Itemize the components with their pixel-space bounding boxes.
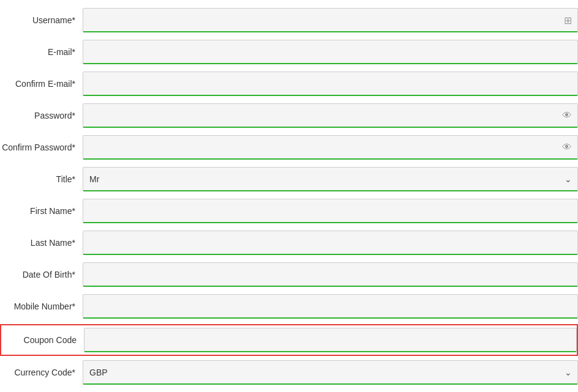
email-row: E-mail* <box>0 38 578 66</box>
lastname-row: Last Name* <box>0 229 578 257</box>
confirm-email-input[interactable] <box>83 72 578 96</box>
mobile-input-wrapper <box>83 294 578 319</box>
registration-form: Username* ⊞ E-mail* Confirm E-mail* Pass… <box>0 0 578 392</box>
username-input[interactable] <box>83 8 578 32</box>
lastname-input-wrapper <box>83 231 578 255</box>
mobile-input[interactable] <box>83 294 578 319</box>
title-row: Title* Mr Mrs Ms Dr ⌄ <box>0 165 578 193</box>
confirm-password-row: Confirm Password* 👁 <box>0 133 578 161</box>
title-select[interactable]: Mr Mrs Ms Dr <box>83 167 578 191</box>
coupon-code-label: Coupon Code <box>1 335 84 345</box>
dob-row: Date Of Birth* <box>0 261 578 289</box>
confirm-email-label: Confirm E-mail* <box>0 79 83 89</box>
confirm-password-input[interactable] <box>83 135 578 160</box>
firstname-label: First Name* <box>0 206 83 216</box>
currency-select[interactable]: GBP USD EUR AUD <box>83 360 578 385</box>
username-label: Username* <box>0 15 83 25</box>
currency-select-wrapper: GBP USD EUR AUD ⌄ <box>83 360 578 385</box>
dob-input[interactable] <box>83 262 578 287</box>
title-select-wrapper: Mr Mrs Ms Dr ⌄ <box>83 167 578 191</box>
dob-label: Date Of Birth* <box>0 270 83 279</box>
email-input[interactable] <box>83 40 578 64</box>
currency-label: Currency Code* <box>0 368 83 377</box>
username-input-wrapper: ⊞ <box>83 8 578 32</box>
email-input-wrapper <box>83 40 578 64</box>
firstname-input-wrapper <box>83 199 578 223</box>
title-label: Title* <box>0 174 83 184</box>
coupon-code-input-wrapper <box>84 328 577 352</box>
password-input-wrapper: 👁 <box>83 103 578 128</box>
mobile-row: Mobile Number* <box>0 292 578 320</box>
username-row: Username* ⊞ <box>0 6 578 34</box>
currency-row: Currency Code* GBP USD EUR AUD ⌄ <box>0 358 578 386</box>
firstname-input[interactable] <box>83 199 578 223</box>
coupon-code-row: Coupon Code <box>0 324 578 356</box>
password-row: Password* 👁 <box>0 102 578 130</box>
confirm-password-label: Confirm Password* <box>0 142 83 152</box>
lastname-label: Last Name* <box>0 238 83 248</box>
coupon-code-input[interactable] <box>84 328 577 352</box>
mobile-label: Mobile Number* <box>0 301 83 311</box>
lastname-input[interactable] <box>83 231 578 255</box>
confirm-password-input-wrapper: 👁 <box>83 135 578 160</box>
dob-input-wrapper <box>83 262 578 287</box>
email-label: E-mail* <box>0 47 83 57</box>
password-input[interactable] <box>83 103 578 128</box>
password-label: Password* <box>0 111 83 120</box>
confirm-email-row: Confirm E-mail* <box>0 70 578 98</box>
firstname-row: First Name* <box>0 197 578 225</box>
confirm-email-input-wrapper <box>83 72 578 96</box>
